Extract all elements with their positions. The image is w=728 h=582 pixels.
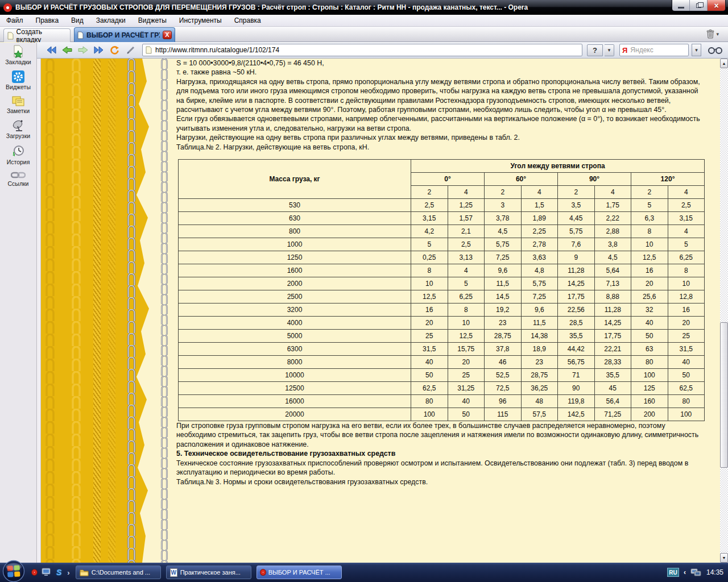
scroll-down-button[interactable]: ▼	[720, 553, 728, 563]
load-cell: 22,21	[594, 343, 631, 356]
back-button[interactable]	[60, 44, 74, 57]
load-cell: 3,8	[594, 238, 631, 251]
load-cell: 115	[485, 408, 522, 421]
load-cell: 90	[558, 382, 595, 395]
zoom-view-button[interactable]	[708, 45, 723, 55]
load-cell: 40	[448, 395, 485, 408]
load-cell: 14,38	[521, 330, 558, 343]
menu-tools[interactable]: Инструменты	[173, 15, 228, 26]
scroll-up-button[interactable]: ▲	[720, 59, 728, 68]
faint-chain-icon	[44, 59, 56, 563]
load-cell: 71,25	[594, 408, 631, 421]
branch-count: 4	[668, 186, 705, 199]
angle-header: 90°	[558, 173, 631, 186]
load-cell: 4,5	[485, 225, 522, 238]
show-desktop-icon[interactable]	[42, 568, 52, 577]
trash-dropdown-arrow[interactable]: ▾	[716, 31, 719, 37]
load-cell: 50	[631, 330, 668, 343]
reload-button[interactable]	[107, 44, 122, 57]
load-cell: 20	[411, 317, 448, 330]
table-row: 50002512,528,7514,3835,517,755025	[179, 330, 705, 343]
sidebar-item-history[interactable]: История	[0, 144, 36, 165]
sidebar-item-bookmarks[interactable]: Закладки	[0, 44, 36, 65]
load-cell: 72,5	[485, 382, 522, 395]
mass-header: Масса груза, кг	[179, 160, 411, 199]
mass-cell: 20000	[179, 408, 411, 421]
load-cell: 4,5	[594, 251, 631, 264]
word-document-icon: W	[170, 568, 177, 577]
load-cell: 8	[411, 264, 448, 277]
closed-tabs-trash[interactable]: ▾	[706, 29, 719, 39]
page-icon	[77, 31, 84, 39]
menu-widgets[interactable]: Виджеты	[132, 15, 173, 26]
browser-s-icon[interactable]: S	[56, 568, 61, 577]
load-cell: 9	[558, 251, 595, 264]
task-button-explorer[interactable]: C:\Documents and ...	[76, 566, 161, 579]
load-cell: 80	[668, 395, 705, 408]
opera-icon	[260, 569, 266, 575]
taskbar-clock[interactable]: 14:35	[706, 568, 723, 576]
load-cell: 0,25	[411, 251, 448, 264]
vertical-scrollbar[interactable]: ▲ ▼	[720, 59, 728, 563]
load-cell: 23	[521, 356, 558, 369]
load-cell: 28,5	[558, 317, 595, 330]
forward-button[interactable]	[76, 44, 90, 57]
search-engine-dropdown[interactable]: ▾	[692, 44, 701, 56]
mass-cell: 10000	[179, 369, 411, 382]
menu-edit[interactable]: Правка	[30, 15, 65, 26]
menu-view[interactable]: Вид	[65, 15, 90, 26]
table-row: 100052,55,752,787,63,8105	[179, 238, 705, 251]
quick-launch-overflow-chevron[interactable]: ›	[67, 568, 69, 577]
network-status-icon[interactable]	[690, 568, 702, 577]
opera-quicklaunch-icon[interactable]	[32, 569, 37, 575]
trash-icon	[706, 29, 715, 39]
rewind-button[interactable]	[44, 44, 58, 57]
window-controls: ×	[672, 0, 726, 11]
page-viewport: S = 10 000•3000•9,8/(2110•4•0,75) = 46 4…	[37, 59, 728, 563]
mass-cell: 4000	[179, 317, 411, 330]
address-field[interactable]: http://www.ritmnn.ru/catalogue/1/102/174	[142, 44, 582, 56]
menu-file[interactable]: Файл	[0, 15, 30, 26]
minimize-button[interactable]	[672, 0, 690, 11]
language-indicator[interactable]: RU	[667, 568, 679, 577]
load-cell: 20	[668, 317, 705, 330]
address-dropdown-button[interactable]: ▾	[605, 44, 614, 56]
load-cell: 45	[594, 382, 631, 395]
menu-bookmarks[interactable]: Закладки	[90, 15, 132, 26]
quick-help-button[interactable]: ?	[587, 44, 603, 56]
load-table: Масса груза, кг Угол между ветвями строп…	[178, 159, 705, 421]
mass-cell: 2500	[179, 290, 411, 304]
sidebar-item-links[interactable]: Ссылки	[0, 171, 36, 187]
load-cell: 16	[668, 304, 705, 317]
menu-help[interactable]: Справка	[228, 15, 267, 26]
mass-cell: 630	[179, 212, 411, 225]
edit-url-button[interactable]	[123, 44, 138, 57]
fast-forward-button[interactable]	[92, 44, 106, 57]
load-cell: 11,28	[594, 304, 631, 317]
tab-close-button[interactable]: X	[163, 31, 172, 39]
load-cell: 25	[448, 369, 485, 382]
sidebar-item-notes[interactable]: Заметки	[0, 95, 36, 114]
rope-decoration	[93, 59, 101, 563]
search-field[interactable]: Я Яндекс	[619, 44, 689, 56]
search-placeholder: Яндекс	[630, 46, 686, 54]
new-tab-button[interactable]: Создать вкладку	[3, 28, 71, 42]
task-button-word[interactable]: W Практическое заня...	[166, 566, 251, 579]
url-text: http://www.ritmnn.ru/catalogue/1/102/174	[155, 46, 279, 54]
tab-active[interactable]: ВЫБОР И РАСЧЁТ ГРУЗ... X	[74, 27, 175, 42]
task-button-opera-active[interactable]: ВЫБОР И РАСЧЁТ ...	[257, 566, 342, 579]
sidebar-item-downloads[interactable]: Загрузки	[0, 119, 36, 139]
load-cell: 62,5	[668, 382, 705, 395]
load-cell: 12,5	[631, 251, 668, 264]
start-button[interactable]	[2, 560, 25, 582]
notes-icon	[11, 95, 25, 107]
rope-decoration	[108, 59, 115, 563]
load-cell: 12,5	[411, 290, 448, 304]
restore-button[interactable]	[690, 0, 708, 11]
tray-collapse-arrow[interactable]: ‹	[684, 568, 686, 576]
load-cell: 16	[411, 304, 448, 317]
panel-splitter[interactable]	[37, 59, 41, 563]
close-button[interactable]: ×	[708, 0, 725, 11]
scrollbar-thumb[interactable]	[720, 322, 728, 468]
sidebar-item-widgets[interactable]: Виджеты	[0, 70, 36, 90]
